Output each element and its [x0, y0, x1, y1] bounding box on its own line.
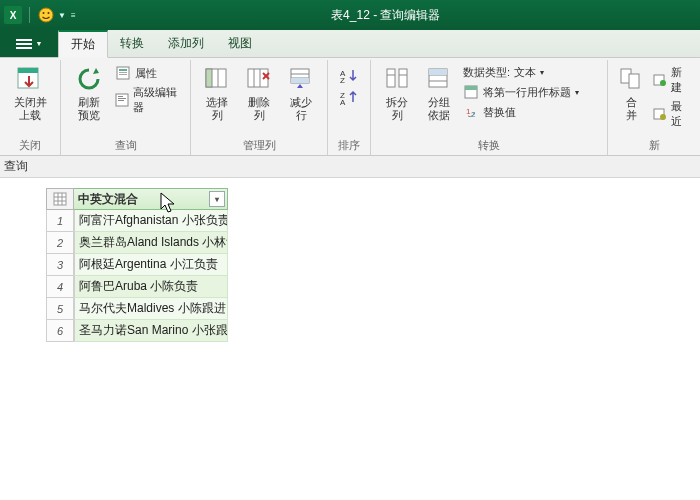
- cell-value: 奥兰群岛Aland Islands 小林负: [79, 234, 228, 251]
- row-header[interactable]: 5: [46, 298, 74, 320]
- group-merge-label: 新: [614, 137, 694, 155]
- group-close-label: 关闭: [6, 137, 54, 155]
- first-row-header-label: 将第一行用作标题: [483, 85, 571, 100]
- tab-home[interactable]: 开始: [58, 30, 108, 58]
- column-header-label: 中英文混合: [78, 191, 138, 208]
- cell[interactable]: 奥兰群岛Aland Islands 小林负: [74, 232, 228, 254]
- smiley-icon[interactable]: [37, 6, 55, 24]
- qat-dropdown-icon[interactable]: ▼: [58, 11, 66, 20]
- svg-rect-29: [387, 69, 395, 87]
- svg-rect-38: [465, 86, 477, 90]
- first-row-header-button[interactable]: 将第一行用作标题 ▾: [461, 83, 601, 101]
- window-title: 表4_12 - 查询编辑器: [76, 7, 696, 24]
- group-transform-label: 转换: [377, 137, 601, 155]
- tab-addcolumn[interactable]: 添加列: [156, 30, 216, 57]
- cell[interactable]: 阿根廷Argentina 小江负责: [74, 254, 228, 276]
- properties-button[interactable]: 属性: [113, 64, 184, 82]
- select-all-corner[interactable]: [46, 188, 74, 210]
- split-col-icon: [382, 64, 412, 94]
- refresh-label: 刷新 预览: [78, 96, 100, 122]
- row-header[interactable]: 4: [46, 276, 74, 298]
- table-header-icon: [463, 84, 479, 100]
- close-load-button[interactable]: 关闭并 上载: [6, 62, 54, 124]
- chevron-down-icon: ▾: [575, 88, 579, 97]
- tab-view[interactable]: 视图: [216, 30, 264, 57]
- data-grid: 中英文混合 ▾ 1 阿富汗Afghanistan 小张负责 2 奥兰群岛Alan…: [0, 178, 700, 500]
- svg-rect-6: [119, 69, 127, 71]
- group-transform: 拆分 列 分组 依据 数据类型: 文本 ▾ 将第一行用作标题 ▾ 12: [371, 60, 608, 155]
- excel-icon: X: [4, 6, 22, 24]
- replace-icon: 12: [463, 104, 479, 120]
- split-col-label: 拆分 列: [386, 96, 408, 122]
- group-sort-label: 排序: [334, 137, 364, 155]
- column-header[interactable]: 中英文混合 ▾: [74, 188, 228, 210]
- svg-point-2: [48, 12, 50, 14]
- datatype-button[interactable]: 数据类型: 文本 ▾: [461, 64, 601, 81]
- select-cols-label: 选择 列: [206, 96, 228, 122]
- chevron-down-icon: ▾: [540, 68, 544, 77]
- new-source-icon: [652, 72, 667, 88]
- group-manage-cols-label: 管理列: [197, 137, 321, 155]
- svg-rect-7: [119, 72, 127, 73]
- advanced-editor-button[interactable]: 高级编辑器: [113, 84, 184, 116]
- cell[interactable]: 圣马力诺San Marino 小张跟: [74, 320, 228, 342]
- sort-desc-button[interactable]: ZA: [339, 90, 359, 106]
- group-query: 刷新 预览 属性 高级编辑器 查询: [61, 60, 191, 155]
- svg-rect-30: [399, 69, 407, 87]
- select-cols-button[interactable]: 选择 列: [197, 62, 237, 124]
- merge-icon: [616, 64, 646, 94]
- svg-rect-24: [291, 78, 309, 83]
- svg-point-46: [660, 114, 666, 120]
- cell[interactable]: 阿鲁巴Aruba 小陈负责: [74, 276, 228, 298]
- query-bar: 查询: [0, 156, 700, 178]
- cell-value: 阿根廷Argentina 小江负责: [79, 256, 218, 273]
- new-source-button[interactable]: 新建: [650, 64, 694, 96]
- refresh-icon: [74, 64, 104, 94]
- recent-source-button[interactable]: 最近: [650, 98, 694, 130]
- advanced-editor-icon: [115, 92, 129, 108]
- row-header[interactable]: 1: [46, 210, 74, 232]
- file-tab[interactable]: ▼: [0, 30, 58, 57]
- cell[interactable]: 马尔代夫Maldives 小陈跟进: [74, 298, 228, 320]
- close-load-label: 关闭并 上载: [14, 96, 47, 122]
- refresh-button[interactable]: 刷新 预览: [67, 62, 111, 124]
- reduce-rows-button[interactable]: 减少 行: [281, 62, 321, 124]
- remove-cols-button[interactable]: 删除 列: [239, 62, 279, 124]
- merge-button[interactable]: 合 并: [614, 62, 648, 124]
- remove-cols-icon: [244, 64, 274, 94]
- query-bar-label: 查询: [4, 158, 28, 175]
- column-filter-button[interactable]: ▾: [209, 191, 225, 207]
- reduce-rows-label: 减少 行: [290, 96, 312, 122]
- recent-source-label: 最近: [671, 99, 692, 129]
- replace-values-button[interactable]: 12 替换值: [461, 103, 601, 121]
- svg-rect-14: [206, 69, 212, 87]
- cell-value: 圣马力诺San Marino 小张跟: [79, 322, 228, 339]
- table-icon: [53, 192, 67, 206]
- groupby-button[interactable]: 分组 依据: [419, 62, 459, 124]
- tab-row: ▼ 开始 转换 添加列 视图: [0, 30, 700, 58]
- row-header[interactable]: 3: [46, 254, 74, 276]
- properties-label: 属性: [135, 66, 157, 81]
- svg-rect-36: [429, 69, 447, 75]
- sort-desc-icon: ZA: [339, 90, 359, 106]
- svg-rect-12: [118, 100, 124, 101]
- group-manage-cols: 选择 列 删除 列 减少 行 管理列: [191, 60, 328, 155]
- group-merge: 合 并 新建 最近 新: [608, 60, 700, 155]
- datatype-label: 数据类型:: [463, 65, 510, 80]
- svg-rect-47: [54, 193, 66, 205]
- cell[interactable]: 阿富汗Afghanistan 小张负责: [74, 210, 228, 232]
- recent-source-icon: [652, 106, 667, 122]
- svg-rect-42: [629, 74, 639, 88]
- sort-asc-button[interactable]: AZ: [339, 68, 359, 84]
- reduce-rows-icon: [286, 64, 316, 94]
- ribbon: 关闭并 上载 关闭 刷新 预览 属性 高级编辑器: [0, 58, 700, 156]
- split-col-button[interactable]: 拆分 列: [377, 62, 417, 124]
- svg-point-1: [43, 12, 45, 14]
- row-header[interactable]: 2: [46, 232, 74, 254]
- svg-rect-8: [119, 74, 127, 75]
- datatype-value: 文本: [514, 65, 536, 80]
- groupby-icon: [424, 64, 454, 94]
- row-header[interactable]: 6: [46, 320, 74, 342]
- tab-transform[interactable]: 转换: [108, 30, 156, 57]
- advanced-editor-label: 高级编辑器: [133, 85, 182, 115]
